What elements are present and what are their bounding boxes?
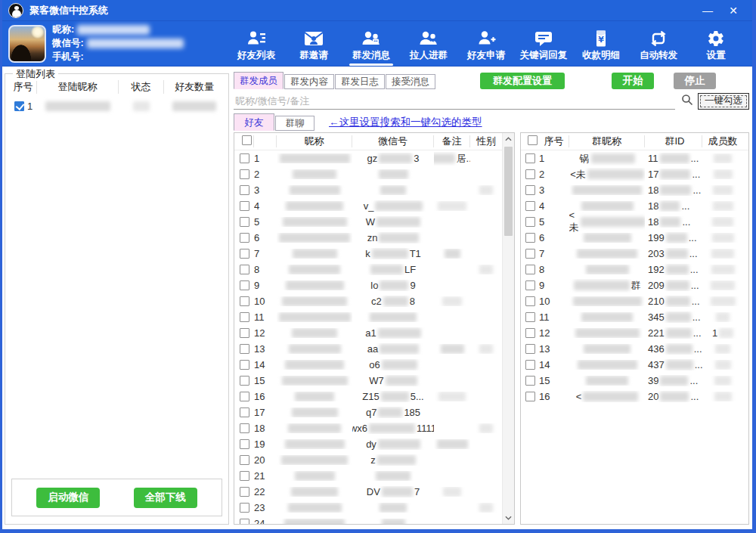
friend-row-checkbox[interactable] bbox=[240, 217, 249, 227]
start-wechat-button[interactable]: 启动微信 bbox=[36, 488, 100, 508]
friends-row[interactable]: 10c28 bbox=[234, 293, 502, 309]
check-all-button[interactable]: 一键勾选 bbox=[698, 93, 749, 110]
friend-row-checkbox[interactable] bbox=[240, 296, 249, 306]
friend-row-checkbox[interactable] bbox=[240, 471, 249, 481]
group-row-checkbox[interactable] bbox=[525, 217, 535, 227]
friend-row-checkbox[interactable] bbox=[240, 503, 249, 513]
group-row-checkbox[interactable] bbox=[525, 392, 535, 401]
login-row-checkbox[interactable] bbox=[14, 101, 24, 111]
toolbar-item-payment-detail[interactable]: ¥ 收款明细 bbox=[572, 21, 630, 66]
friends-row[interactable]: 24 bbox=[234, 516, 502, 524]
friends-row[interactable]: 22DV7 bbox=[234, 484, 502, 500]
friend-row-checkbox[interactable] bbox=[240, 487, 249, 497]
friend-row-checkbox[interactable] bbox=[240, 265, 249, 274]
start-button[interactable]: 开始 bbox=[612, 73, 654, 89]
group-row[interactable]: 10210... bbox=[521, 293, 748, 309]
friends-row[interactable]: 8LF bbox=[234, 262, 502, 277]
group-row-checkbox[interactable] bbox=[525, 328, 535, 338]
group-row[interactable]: 9群209... bbox=[521, 277, 748, 293]
friend-row-checkbox[interactable] bbox=[240, 153, 249, 163]
group-row[interactable]: 6199... bbox=[521, 230, 748, 246]
groups-select-all-checkbox[interactable] bbox=[528, 135, 538, 145]
friends-row[interactable]: 6zn bbox=[234, 230, 502, 246]
group-row[interactable]: 5<未18... bbox=[521, 214, 748, 230]
friend-row-checkbox[interactable] bbox=[240, 280, 249, 290]
tab-mass-log[interactable]: 群发日志 bbox=[335, 74, 385, 89]
group-row[interactable]: 318... bbox=[521, 182, 748, 198]
group-row-checkbox[interactable] bbox=[525, 360, 535, 370]
friend-row-checkbox[interactable] bbox=[240, 455, 249, 465]
toolbar-item-friend-request[interactable]: 好友申请 bbox=[457, 21, 515, 66]
friends-row[interactable]: 18wx61111 bbox=[234, 420, 502, 436]
friends-row[interactable]: 11 bbox=[234, 309, 502, 325]
friends-select-all-checkbox[interactable] bbox=[242, 135, 252, 145]
group-row-checkbox[interactable] bbox=[525, 185, 535, 195]
tab-mass-content[interactable]: 群发内容 bbox=[284, 74, 334, 89]
friend-row-checkbox[interactable] bbox=[240, 439, 249, 449]
type-tab-groups[interactable]: 群聊 bbox=[275, 116, 314, 131]
friend-row-checkbox[interactable] bbox=[240, 328, 249, 338]
friends-scrollbar[interactable] bbox=[502, 133, 514, 524]
friend-row-checkbox[interactable] bbox=[240, 392, 249, 401]
group-row-checkbox[interactable] bbox=[525, 201, 535, 211]
friend-row-checkbox[interactable] bbox=[240, 249, 249, 259]
toolbar-item-mass-message[interactable]: 群发消息 bbox=[342, 21, 400, 66]
friends-row[interactable]: 13aa bbox=[234, 341, 502, 357]
group-row-checkbox[interactable] bbox=[525, 296, 535, 306]
friends-row[interactable]: 14o6 bbox=[234, 357, 502, 373]
friends-row[interactable]: 15W7 bbox=[234, 373, 502, 389]
friends-row[interactable]: 4v_ bbox=[234, 198, 502, 214]
all-offline-button[interactable]: 全部下线 bbox=[134, 488, 197, 508]
toolbar-item-keyword-reply[interactable]: 关键词回复 bbox=[515, 21, 572, 66]
friend-row-checkbox[interactable] bbox=[240, 233, 249, 243]
scrollbar-thumb[interactable] bbox=[504, 147, 513, 236]
group-row[interactable]: 11345... bbox=[521, 309, 748, 325]
friends-row[interactable]: 21 bbox=[234, 468, 502, 484]
toolbar-item-friend-list[interactable]: 好友列表 bbox=[228, 21, 285, 66]
friends-row[interactable]: 19dy bbox=[234, 436, 502, 452]
group-row[interactable]: 2<未17... bbox=[521, 166, 748, 182]
friends-row[interactable]: 3 bbox=[234, 182, 502, 198]
group-row[interactable]: 14437... bbox=[521, 357, 748, 373]
group-row[interactable]: 1锅11... bbox=[521, 150, 748, 166]
friends-row[interactable]: 5W bbox=[234, 214, 502, 230]
friend-row-checkbox[interactable] bbox=[240, 344, 249, 354]
group-row-checkbox[interactable] bbox=[525, 169, 535, 179]
tab-mass-members[interactable]: 群发成员 bbox=[234, 72, 284, 89]
friends-row[interactable]: 16Z155... bbox=[234, 389, 502, 404]
toolbar-item-auto-forward[interactable]: 自动转发 bbox=[630, 21, 687, 66]
tab-receive-message[interactable]: 接受消息 bbox=[386, 74, 435, 89]
friend-row-checkbox[interactable] bbox=[240, 201, 249, 211]
close-button[interactable]: ✕ bbox=[720, 0, 746, 21]
friend-row-checkbox[interactable] bbox=[240, 360, 249, 370]
group-row[interactable]: 16<20... bbox=[521, 389, 748, 404]
group-row-checkbox[interactable] bbox=[525, 249, 535, 259]
scroll-up-icon[interactable] bbox=[503, 133, 514, 145]
group-row-checkbox[interactable] bbox=[525, 153, 535, 163]
group-row[interactable]: 12221...1 bbox=[521, 325, 748, 341]
group-row-checkbox[interactable] bbox=[525, 233, 535, 243]
friend-row-checkbox[interactable] bbox=[240, 407, 249, 417]
friends-row[interactable]: 1gz3居... bbox=[234, 150, 502, 166]
friend-row-checkbox[interactable] bbox=[240, 423, 249, 433]
group-row-checkbox[interactable] bbox=[525, 376, 535, 386]
scroll-down-icon[interactable] bbox=[503, 512, 514, 524]
friends-row[interactable]: 23 bbox=[234, 500, 502, 516]
group-row[interactable]: 13436... bbox=[521, 341, 748, 357]
friend-row-checkbox[interactable] bbox=[240, 185, 249, 195]
friend-row-checkbox[interactable] bbox=[240, 169, 249, 179]
group-row-checkbox[interactable] bbox=[525, 265, 535, 274]
toolbar-item-settings[interactable]: 设置 bbox=[687, 21, 745, 66]
friends-row[interactable]: 12a1 bbox=[234, 325, 502, 341]
toolbar-item-pull-into-group[interactable]: 拉人进群 bbox=[400, 21, 457, 66]
toolbar-item-group-invite[interactable]: 群邀请 bbox=[285, 21, 342, 66]
group-row[interactable]: 8192... bbox=[521, 262, 748, 277]
minimize-button[interactable]: — bbox=[695, 0, 720, 21]
login-row[interactable]: 1 bbox=[5, 97, 228, 115]
type-tab-friends[interactable]: 好友 bbox=[234, 113, 274, 131]
mass-config-button[interactable]: 群发配置设置 bbox=[480, 73, 565, 89]
friend-row-checkbox[interactable] bbox=[240, 376, 249, 386]
stop-button[interactable]: 停止 bbox=[674, 73, 716, 89]
friend-row-checkbox[interactable] bbox=[240, 312, 249, 322]
friends-row[interactable]: 20z bbox=[234, 452, 502, 468]
